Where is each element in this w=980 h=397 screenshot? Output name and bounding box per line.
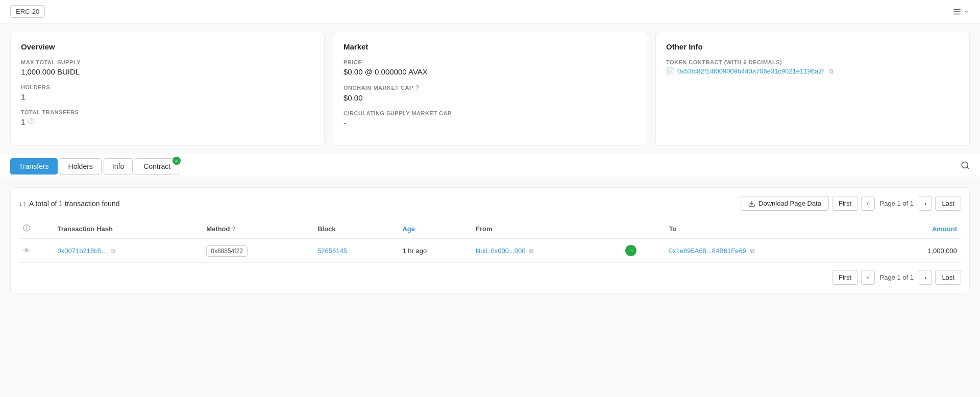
table-row: 👁 0x0071b216b5... ⧉ 0x88854f22 52656145 … [19,239,961,263]
overview-card: Overview MAX TOTAL SUPPLY 1,000,000 BUID… [10,32,325,146]
row-amount: 1,000,000 [876,239,961,263]
market-card: Market PRICE $0.00 @ 0.000000 AVAX ONCHA… [333,32,647,146]
sort-icon: ↓↑ [19,200,26,208]
to-arrow-icon: → [625,245,636,256]
table-header-row: ↓↑ A total of 1 transaction found Downlo… [19,196,961,211]
col-header-to-addr: To [665,219,876,239]
last-button-bottom[interactable]: Last [935,270,961,285]
token-contract-value[interactable]: 📄 0x53fc82f14f009009b440a706e31c9021e119… [666,67,959,75]
pagination-controls-bottom: First ‹ Page 1 of 1 › Last [19,270,961,285]
next-button-bottom[interactable]: › [919,270,932,285]
table-section: ↓↑ A total of 1 transaction found Downlo… [10,187,970,293]
table-summary: ↓↑ A total of 1 transaction found [19,200,119,208]
row-age: 1 hr ago [398,239,471,263]
other-info-title: Other Info [666,42,959,51]
row-eye-icon[interactable]: 👁 [19,239,54,263]
copy-contract-icon[interactable]: ⧉ [829,68,834,75]
pagination-controls-top: Download Page Data First ‹ Page 1 of 1 ›… [741,196,961,211]
erc-badge: ERC-20 [10,5,45,18]
method-info-icon[interactable]: ? [232,226,235,233]
circulating-label: CIRCULATING SUPPLY MARKET CAP [344,110,636,116]
doc-icon: 📄 [666,67,674,75]
page-indicator-top: Page 1 of 1 [878,200,916,207]
cards-container: Overview MAX TOTAL SUPPLY 1,000,000 BUID… [0,23,980,154]
row-arrow: → [621,239,665,263]
col-header-info: ⓘ [19,219,54,239]
total-transfers-value: 1 ⓘ [21,117,314,126]
row-from: Null: 0x000...000 ⧉ [472,239,621,263]
tab-info[interactable]: Info [104,158,133,175]
price-label: PRICE [344,59,636,65]
col-header-block: Block [313,219,398,239]
page-indicator-bottom: Page 1 of 1 [878,274,916,281]
holders-label: HOLDERS [21,84,314,90]
tabs-section: Transfers Holders Info Contract ✓ [0,154,980,179]
col-header-hash: Transaction Hash [54,219,203,239]
tabs: Transfers Holders Info Contract ✓ [10,154,179,179]
method-badge: 0x88854f22 [206,245,248,257]
other-info-card: Other Info TOKEN CONTRACT (WITH 6 DECIMA… [655,32,970,146]
price-value: $0.00 @ 0.000000 AVAX [344,67,636,76]
onchain-cap-label: ONCHAIN MARKET CAP ? [344,84,636,91]
first-button-bottom[interactable]: First [832,270,858,285]
tab-transfers[interactable]: Transfers [10,158,58,175]
copy-from-icon[interactable]: ⧉ [529,247,534,255]
row-block: 52656145 [313,239,398,263]
contract-verified-icon: ✓ [173,157,181,165]
prev-button-bottom[interactable]: ‹ [861,270,874,285]
max-supply-value: 1,000,000 BUIDL [21,67,314,76]
summary-text: A total of 1 transaction found [29,200,119,208]
circulating-value: - [344,118,636,127]
col-header-method: Method ? [202,219,313,239]
market-title: Market [344,42,636,51]
search-icon[interactable] [961,161,970,172]
tab-holders[interactable]: Holders [60,158,102,175]
top-bar: ERC-20 [0,0,980,23]
svg-line-4 [967,167,968,168]
transactions-table: ⓘ Transaction Hash Method ? Block Age Fr… [19,219,961,263]
svg-point-3 [962,162,968,168]
col-info-icon[interactable]: ⓘ [23,224,30,232]
total-transfers-label: TOTAL TRANSFERS [21,109,314,115]
holders-value: 1 [21,92,314,101]
row-to: 0x1e695A68...84B61Fe69 ⧉ [665,239,876,263]
col-header-amount: Amount [876,219,961,239]
next-button-top[interactable]: › [919,196,932,211]
prev-button-top[interactable]: ‹ [861,196,874,211]
copy-hash-icon[interactable]: ⧉ [111,247,115,255]
col-header-to [621,219,665,239]
copy-to-icon[interactable]: ⧉ [750,247,755,255]
row-tx-hash: 0x0071b216b5... ⧉ [54,239,203,263]
token-contract-label: TOKEN CONTRACT (WITH 6 DECIMALS) [666,59,959,65]
download-button[interactable]: Download Page Data [741,196,829,211]
overview-title: Overview [21,42,314,51]
onchain-cap-value: $0.00 [344,93,636,102]
transfers-info-icon[interactable]: ⓘ [28,117,34,126]
first-button-top[interactable]: First [832,196,858,211]
last-button-top[interactable]: Last [935,196,961,211]
row-method: 0x88854f22 [202,239,313,263]
col-header-age[interactable]: Age [398,219,471,239]
list-icon[interactable] [952,7,970,16]
max-supply-label: MAX TOTAL SUPPLY [21,59,314,65]
tab-contract[interactable]: Contract ✓ [135,158,179,175]
col-header-from: From [472,219,621,239]
onchain-cap-info-icon[interactable]: ? [415,84,420,91]
